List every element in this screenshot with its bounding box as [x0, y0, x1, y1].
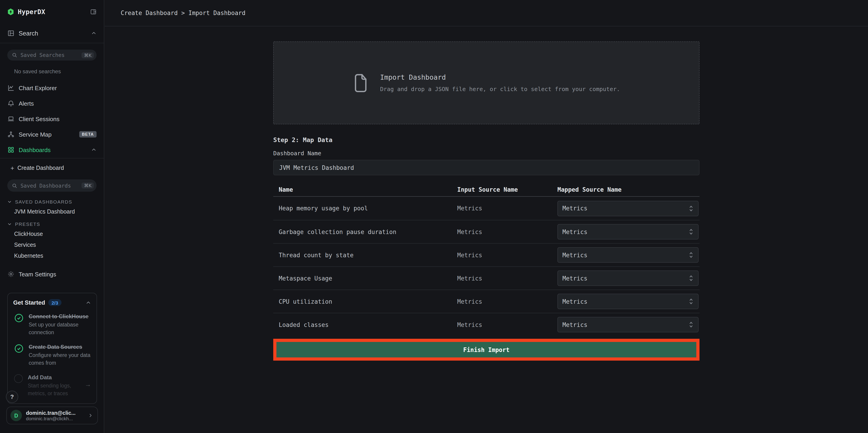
saved-searches-input[interactable]: Saved Searches ⌘K: [7, 50, 97, 61]
saved-dashboards-placeholder: Saved Dashboards: [21, 182, 79, 189]
group-saved-dashboards[interactable]: SAVED DASHBOARDS: [15, 197, 97, 205]
row-input-source: Metrics: [457, 275, 554, 282]
help-button[interactable]: ?: [6, 391, 18, 403]
beta-badge: BETA: [79, 131, 97, 137]
table-row: Thread count by state Metrics Metrics: [273, 243, 700, 266]
get-started-item-subtitle: Start sending logs, metrics, or traces: [28, 382, 80, 398]
select-carets-icon: [689, 204, 693, 212]
row-name: Loaded classes: [273, 321, 457, 328]
user-email: dominic.tran@clickh...: [26, 415, 84, 421]
saved-dashboard-item[interactable]: JVM Metrics Dashboard: [14, 208, 97, 216]
sidebar-item-label: Chart Explorer: [19, 85, 97, 91]
get-started-header[interactable]: Get Started 2/3: [8, 293, 97, 306]
preset-item-services[interactable]: Services: [14, 241, 97, 249]
get-started-item-title: Create Data Sources: [29, 343, 91, 351]
mapped-source-select[interactable]: Metrics: [557, 247, 699, 263]
select-value: Metrics: [562, 252, 689, 258]
finish-import-button[interactable]: Finish Import: [276, 342, 696, 358]
check-circle-icon: [14, 344, 24, 353]
mapped-source-select[interactable]: Metrics: [557, 200, 699, 216]
get-started-item-subtitle: Configure where your data comes from: [29, 351, 91, 367]
dropzone-title: Import Dashboard: [380, 73, 620, 82]
column-header-name: Name: [273, 186, 457, 193]
get-started-panel: Get Started 2/3 Connect to ClickHouse Se…: [7, 293, 97, 404]
unchecked-circle-icon: [14, 374, 23, 383]
table-row: Garbage collection pause duration Metric…: [273, 220, 700, 243]
sidebar-item-label: Dashboards: [19, 146, 87, 153]
search-icon: [12, 52, 17, 58]
dropzone-text: Import Dashboard Drag and drop a JSON fi…: [380, 73, 620, 92]
plus-icon: +: [10, 164, 14, 171]
breadcrumb: Create Dashboard > Import Dashboard: [121, 9, 245, 17]
laptop-icon: [7, 115, 14, 122]
get-started-item-subtitle: Set up your database connection: [29, 321, 91, 337]
sidebar-item-label: Client Sessions: [19, 116, 97, 122]
table-row: Loaded classes Metrics Metrics: [273, 313, 700, 336]
mapped-source-select[interactable]: Metrics: [557, 224, 699, 240]
get-started-item-sources[interactable]: Create Data Sources Configure where your…: [8, 337, 97, 367]
sidebar-item-service-map[interactable]: Service Map BETA: [0, 128, 104, 141]
mapping-table-header: Name Input Source Name Mapped Source Nam…: [273, 183, 700, 197]
table-row: Metaspace Usage Metrics Metrics: [273, 266, 700, 289]
saved-searches-placeholder: Saved Searches: [21, 52, 79, 58]
create-dashboard-label: Create Dashboard: [17, 164, 64, 171]
select-carets-icon: [689, 320, 693, 329]
user-name: dominic.tran@clic...: [26, 410, 84, 415]
chevron-up-icon: [86, 300, 91, 305]
get-started-title: Get Started: [13, 299, 45, 306]
dashboard-name-input[interactable]: [273, 160, 700, 175]
get-started-item-add-data[interactable]: Add Data Start sending logs, metrics, or…: [8, 367, 97, 398]
row-input-source: Metrics: [457, 205, 554, 212]
mapped-source-select[interactable]: Metrics: [557, 317, 699, 332]
json-dropzone[interactable]: Import Dashboard Drag and drop a JSON fi…: [273, 41, 700, 124]
select-value: Metrics: [562, 298, 689, 305]
saved-dashboards-input[interactable]: Saved Dashboards ⌘K: [7, 179, 97, 192]
sidebar-nav: Chart Explorer Alerts Client Sessions: [0, 82, 104, 156]
main-area: Create Dashboard > Import Dashboard Impo…: [105, 0, 868, 433]
row-name: Metaspace Usage: [273, 275, 457, 282]
sidebar-section-search[interactable]: Search: [0, 24, 104, 43]
get-started-item-title: Add Data: [28, 373, 80, 381]
row-input-source: Metrics: [457, 321, 554, 328]
select-value: Metrics: [562, 275, 689, 282]
sidebar-item-chart-explorer[interactable]: Chart Explorer: [0, 82, 104, 94]
create-dashboard-button[interactable]: + Create Dashboard: [0, 162, 104, 174]
sidebar: HyperDX Search Saved Searches ⌘K No save…: [0, 0, 104, 433]
service-map-icon: [7, 131, 14, 138]
sidebar-item-client-sessions[interactable]: Client Sessions: [0, 113, 104, 125]
app-window: HyperDX Search Saved Searches ⌘K No save…: [0, 0, 868, 433]
bell-icon: [7, 100, 14, 107]
file-icon: [353, 73, 368, 93]
column-header-mapped-source: Mapped Source Name: [554, 186, 700, 193]
sidebar-item-dashboards[interactable]: Dashboards: [0, 144, 104, 156]
hyperdx-logo-icon: [7, 8, 14, 16]
select-carets-icon: [689, 297, 693, 306]
preset-item-clickhouse[interactable]: ClickHouse: [14, 230, 97, 238]
select-value: Metrics: [562, 228, 689, 235]
mapped-source-select[interactable]: Metrics: [557, 294, 699, 309]
arrow-right-icon: →: [85, 381, 91, 398]
sidebar-item-team-settings[interactable]: Team Settings: [0, 268, 104, 280]
get-started-item-connect[interactable]: Connect to ClickHouse Set up your databa…: [8, 306, 97, 337]
table-layout-icon: [7, 30, 14, 37]
row-name: Garbage collection pause duration: [273, 228, 457, 235]
group-presets[interactable]: PRESETS: [15, 220, 97, 228]
import-dashboard-content: Import Dashboard Drag and drop a JSON fi…: [273, 41, 700, 361]
user-menu[interactable]: D dominic.tran@clic... dominic.tran@clic…: [6, 407, 98, 424]
logo-row: HyperDX: [0, 0, 104, 24]
sidebar-item-alerts[interactable]: Alerts: [0, 97, 104, 110]
click-highlight-annotation: Finish Import: [273, 339, 700, 361]
avatar: D: [10, 410, 22, 421]
section-search-label: Search: [19, 30, 87, 37]
chevron-up-icon: [91, 147, 97, 153]
mapped-source-select[interactable]: Metrics: [557, 271, 699, 286]
sidebar-item-label: Alerts: [19, 100, 97, 107]
search-icon: [12, 183, 17, 188]
chevron-down-icon: [7, 221, 12, 226]
collapse-sidebar-icon[interactable]: [90, 9, 97, 15]
dropzone-description: Drag and drop a JSON file here, or click…: [380, 86, 620, 92]
preset-item-kubernetes[interactable]: Kubernetes: [14, 252, 97, 260]
chevron-down-icon: [7, 199, 12, 204]
gear-icon: [7, 271, 14, 278]
dashboard-name-label: Dashboard Name: [273, 150, 700, 157]
